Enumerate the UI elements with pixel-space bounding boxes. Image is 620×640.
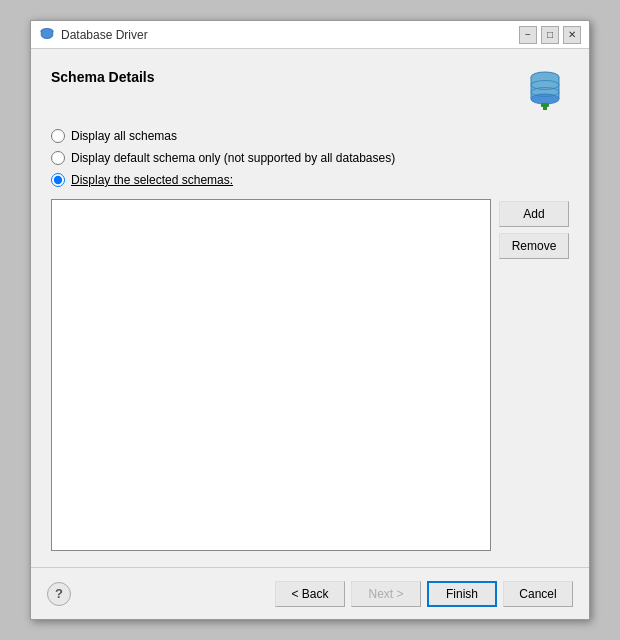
radio-group: Display all schemas Display default sche… <box>51 129 569 187</box>
next-button[interactable]: Next > <box>351 581 421 607</box>
help-button[interactable]: ? <box>47 582 71 606</box>
radio-selected-label: Display the selected schemas: <box>71 173 233 187</box>
schema-area-container: Add Remove <box>51 199 569 551</box>
title-bar-controls: − □ ✕ <box>519 26 581 44</box>
window-title: Database Driver <box>61 28 148 42</box>
radio-option-selected[interactable]: Display the selected schemas: <box>51 173 569 187</box>
db-cylinder-svg <box>523 67 567 111</box>
minimize-button[interactable]: − <box>519 26 537 44</box>
side-buttons: Add Remove <box>499 199 569 551</box>
radio-default-schema[interactable] <box>51 151 65 165</box>
radio-all-schemas[interactable] <box>51 129 65 143</box>
finish-button[interactable]: Finish <box>427 581 497 607</box>
title-bar: Database Driver − □ ✕ <box>31 21 589 49</box>
database-icon <box>521 65 569 113</box>
svg-rect-8 <box>541 103 549 107</box>
dialog-footer: ? < Back Next > Finish Cancel <box>31 567 589 619</box>
back-button[interactable]: < Back <box>275 581 345 607</box>
maximize-button[interactable]: □ <box>541 26 559 44</box>
title-bar-left: Database Driver <box>39 27 148 43</box>
svg-rect-9 <box>543 107 547 110</box>
remove-button[interactable]: Remove <box>499 233 569 259</box>
radio-selected-schemas[interactable] <box>51 173 65 187</box>
close-button[interactable]: ✕ <box>563 26 581 44</box>
schema-header: Schema Details <box>51 65 569 113</box>
radio-all-label: Display all schemas <box>71 129 177 143</box>
radio-option-default[interactable]: Display default schema only (not support… <box>51 151 569 165</box>
footer-buttons: < Back Next > Finish Cancel <box>275 581 573 607</box>
cancel-button[interactable]: Cancel <box>503 581 573 607</box>
schema-title: Schema Details <box>51 65 155 85</box>
radio-option-all[interactable]: Display all schemas <box>51 129 569 143</box>
title-db-icon <box>39 27 55 43</box>
schema-list-box[interactable] <box>51 199 491 551</box>
radio-default-label: Display default schema only (not support… <box>71 151 395 165</box>
add-button[interactable]: Add <box>499 201 569 227</box>
dialog-window: Database Driver − □ ✕ Schema Details <box>30 20 590 620</box>
dialog-content: Schema Details <box>31 49 589 567</box>
